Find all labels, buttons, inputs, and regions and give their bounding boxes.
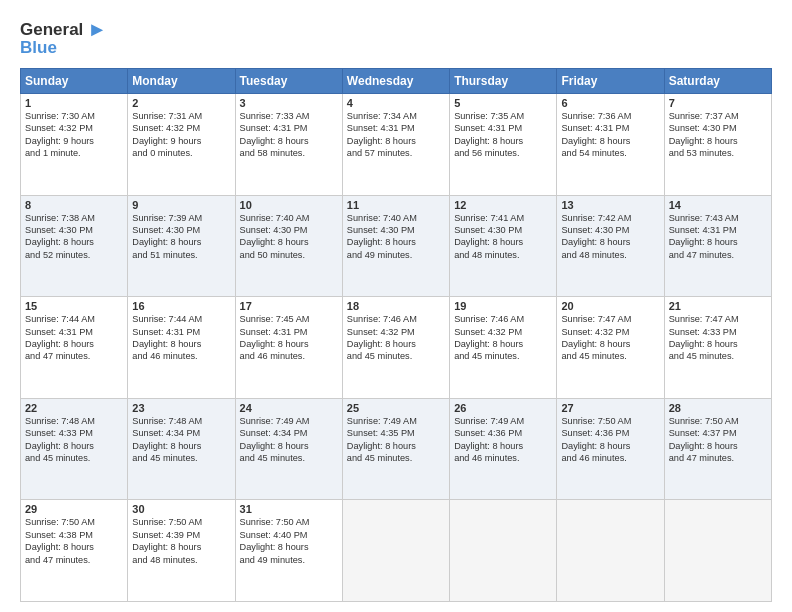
day-number: 14 <box>669 199 767 211</box>
day-info: Sunrise: 7:44 AMSunset: 4:31 PMDaylight:… <box>25 313 123 363</box>
header-cell-wednesday: Wednesday <box>342 69 449 94</box>
calendar-cell: 1Sunrise: 7:30 AMSunset: 4:32 PMDaylight… <box>21 94 128 196</box>
day-number: 20 <box>561 300 659 312</box>
day-info: Sunrise: 7:49 AMSunset: 4:36 PMDaylight:… <box>454 415 552 465</box>
calendar-cell: 18Sunrise: 7:46 AMSunset: 4:32 PMDayligh… <box>342 297 449 399</box>
header-cell-saturday: Saturday <box>664 69 771 94</box>
day-number: 15 <box>25 300 123 312</box>
day-info: Sunrise: 7:34 AMSunset: 4:31 PMDaylight:… <box>347 110 445 160</box>
day-number: 1 <box>25 97 123 109</box>
day-info: Sunrise: 7:43 AMSunset: 4:31 PMDaylight:… <box>669 212 767 262</box>
calendar-cell: 3Sunrise: 7:33 AMSunset: 4:31 PMDaylight… <box>235 94 342 196</box>
day-number: 17 <box>240 300 338 312</box>
calendar-row: 15Sunrise: 7:44 AMSunset: 4:31 PMDayligh… <box>21 297 772 399</box>
day-number: 24 <box>240 402 338 414</box>
calendar-cell: 26Sunrise: 7:49 AMSunset: 4:36 PMDayligh… <box>450 398 557 500</box>
calendar-cell: 25Sunrise: 7:49 AMSunset: 4:35 PMDayligh… <box>342 398 449 500</box>
calendar-cell: 8Sunrise: 7:38 AMSunset: 4:30 PMDaylight… <box>21 195 128 297</box>
logo-arrow-icon: ► <box>87 18 107 41</box>
calendar-cell: 30Sunrise: 7:50 AMSunset: 4:39 PMDayligh… <box>128 500 235 602</box>
calendar-cell: 24Sunrise: 7:49 AMSunset: 4:34 PMDayligh… <box>235 398 342 500</box>
day-info: Sunrise: 7:50 AMSunset: 4:39 PMDaylight:… <box>132 516 230 566</box>
logo: General ► Blue <box>20 18 107 58</box>
day-number: 9 <box>132 199 230 211</box>
calendar-body: 1Sunrise: 7:30 AMSunset: 4:32 PMDaylight… <box>21 94 772 602</box>
day-info: Sunrise: 7:44 AMSunset: 4:31 PMDaylight:… <box>132 313 230 363</box>
calendar-cell: 15Sunrise: 7:44 AMSunset: 4:31 PMDayligh… <box>21 297 128 399</box>
day-number: 8 <box>25 199 123 211</box>
calendar-cell: 2Sunrise: 7:31 AMSunset: 4:32 PMDaylight… <box>128 94 235 196</box>
day-info: Sunrise: 7:49 AMSunset: 4:34 PMDaylight:… <box>240 415 338 465</box>
day-info: Sunrise: 7:41 AMSunset: 4:30 PMDaylight:… <box>454 212 552 262</box>
calendar-row: 29Sunrise: 7:50 AMSunset: 4:38 PMDayligh… <box>21 500 772 602</box>
calendar-cell: 28Sunrise: 7:50 AMSunset: 4:37 PMDayligh… <box>664 398 771 500</box>
day-number: 19 <box>454 300 552 312</box>
calendar-cell: 23Sunrise: 7:48 AMSunset: 4:34 PMDayligh… <box>128 398 235 500</box>
day-number: 3 <box>240 97 338 109</box>
header-row: SundayMondayTuesdayWednesdayThursdayFrid… <box>21 69 772 94</box>
calendar-cell: 4Sunrise: 7:34 AMSunset: 4:31 PMDaylight… <box>342 94 449 196</box>
header-cell-thursday: Thursday <box>450 69 557 94</box>
calendar-header: SundayMondayTuesdayWednesdayThursdayFrid… <box>21 69 772 94</box>
calendar-cell: 7Sunrise: 7:37 AMSunset: 4:30 PMDaylight… <box>664 94 771 196</box>
calendar-cell: 11Sunrise: 7:40 AMSunset: 4:30 PMDayligh… <box>342 195 449 297</box>
day-number: 26 <box>454 402 552 414</box>
day-number: 7 <box>669 97 767 109</box>
day-number: 11 <box>347 199 445 211</box>
day-number: 31 <box>240 503 338 515</box>
calendar-cell: 17Sunrise: 7:45 AMSunset: 4:31 PMDayligh… <box>235 297 342 399</box>
calendar-cell: 29Sunrise: 7:50 AMSunset: 4:38 PMDayligh… <box>21 500 128 602</box>
calendar-cell <box>342 500 449 602</box>
calendar-cell: 6Sunrise: 7:36 AMSunset: 4:31 PMDaylight… <box>557 94 664 196</box>
calendar-cell: 9Sunrise: 7:39 AMSunset: 4:30 PMDaylight… <box>128 195 235 297</box>
day-number: 30 <box>132 503 230 515</box>
calendar-cell <box>557 500 664 602</box>
day-info: Sunrise: 7:45 AMSunset: 4:31 PMDaylight:… <box>240 313 338 363</box>
day-number: 28 <box>669 402 767 414</box>
day-number: 4 <box>347 97 445 109</box>
day-info: Sunrise: 7:48 AMSunset: 4:33 PMDaylight:… <box>25 415 123 465</box>
day-info: Sunrise: 7:36 AMSunset: 4:31 PMDaylight:… <box>561 110 659 160</box>
day-info: Sunrise: 7:37 AMSunset: 4:30 PMDaylight:… <box>669 110 767 160</box>
day-info: Sunrise: 7:47 AMSunset: 4:32 PMDaylight:… <box>561 313 659 363</box>
day-info: Sunrise: 7:50 AMSunset: 4:36 PMDaylight:… <box>561 415 659 465</box>
day-number: 10 <box>240 199 338 211</box>
calendar-row: 8Sunrise: 7:38 AMSunset: 4:30 PMDaylight… <box>21 195 772 297</box>
day-number: 6 <box>561 97 659 109</box>
day-info: Sunrise: 7:47 AMSunset: 4:33 PMDaylight:… <box>669 313 767 363</box>
day-number: 25 <box>347 402 445 414</box>
day-info: Sunrise: 7:50 AMSunset: 4:40 PMDaylight:… <box>240 516 338 566</box>
calendar-cell: 21Sunrise: 7:47 AMSunset: 4:33 PMDayligh… <box>664 297 771 399</box>
calendar-cell: 20Sunrise: 7:47 AMSunset: 4:32 PMDayligh… <box>557 297 664 399</box>
header-cell-friday: Friday <box>557 69 664 94</box>
day-info: Sunrise: 7:42 AMSunset: 4:30 PMDaylight:… <box>561 212 659 262</box>
day-info: Sunrise: 7:35 AMSunset: 4:31 PMDaylight:… <box>454 110 552 160</box>
calendar-cell <box>664 500 771 602</box>
day-info: Sunrise: 7:49 AMSunset: 4:35 PMDaylight:… <box>347 415 445 465</box>
day-info: Sunrise: 7:30 AMSunset: 4:32 PMDaylight:… <box>25 110 123 160</box>
calendar-cell: 13Sunrise: 7:42 AMSunset: 4:30 PMDayligh… <box>557 195 664 297</box>
calendar-cell: 12Sunrise: 7:41 AMSunset: 4:30 PMDayligh… <box>450 195 557 297</box>
calendar-cell: 5Sunrise: 7:35 AMSunset: 4:31 PMDaylight… <box>450 94 557 196</box>
calendar-row: 22Sunrise: 7:48 AMSunset: 4:33 PMDayligh… <box>21 398 772 500</box>
day-info: Sunrise: 7:46 AMSunset: 4:32 PMDaylight:… <box>454 313 552 363</box>
day-info: Sunrise: 7:40 AMSunset: 4:30 PMDaylight:… <box>347 212 445 262</box>
day-number: 5 <box>454 97 552 109</box>
day-info: Sunrise: 7:48 AMSunset: 4:34 PMDaylight:… <box>132 415 230 465</box>
day-number: 18 <box>347 300 445 312</box>
calendar-cell: 10Sunrise: 7:40 AMSunset: 4:30 PMDayligh… <box>235 195 342 297</box>
day-info: Sunrise: 7:50 AMSunset: 4:38 PMDaylight:… <box>25 516 123 566</box>
logo-blue: Blue <box>20 38 57 58</box>
calendar-cell <box>450 500 557 602</box>
logo-general: General <box>20 20 83 40</box>
day-info: Sunrise: 7:33 AMSunset: 4:31 PMDaylight:… <box>240 110 338 160</box>
header-cell-tuesday: Tuesday <box>235 69 342 94</box>
header: General ► Blue <box>20 18 772 58</box>
day-number: 12 <box>454 199 552 211</box>
page: General ► Blue SundayMondayTuesdayWednes… <box>0 0 792 612</box>
day-number: 27 <box>561 402 659 414</box>
day-number: 13 <box>561 199 659 211</box>
day-info: Sunrise: 7:46 AMSunset: 4:32 PMDaylight:… <box>347 313 445 363</box>
day-number: 23 <box>132 402 230 414</box>
day-info: Sunrise: 7:31 AMSunset: 4:32 PMDaylight:… <box>132 110 230 160</box>
